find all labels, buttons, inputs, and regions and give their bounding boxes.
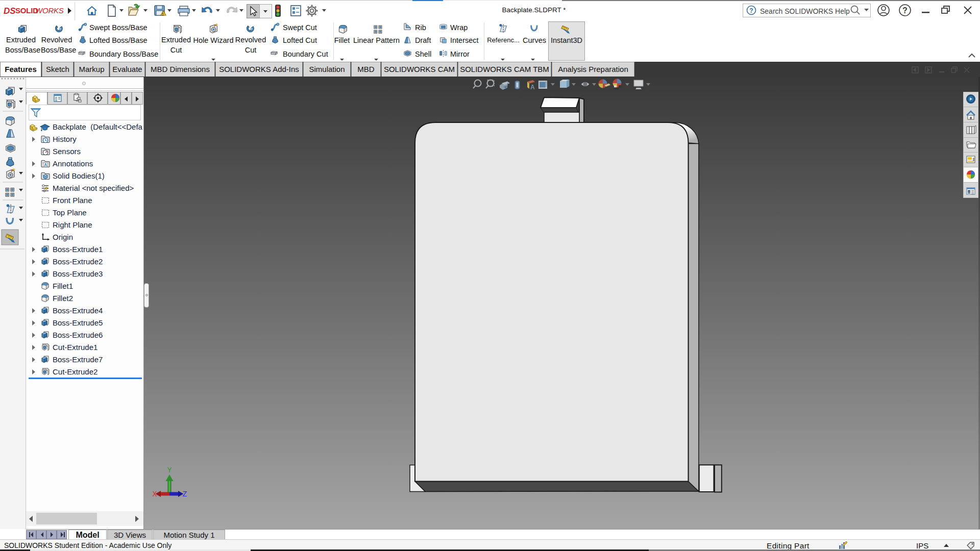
- svg-text:Z: Z: [182, 490, 187, 499]
- svg-text:!: !: [162, 12, 164, 16]
- svg-text:X: X: [152, 490, 157, 499]
- svg-text:DS: DS: [4, 6, 16, 16]
- svg-text:?: ?: [902, 6, 908, 15]
- svg-text:WORKS: WORKS: [35, 6, 64, 15]
- svg-text:?: ?: [749, 7, 753, 14]
- svg-text:Y: Y: [167, 466, 172, 475]
- svg-text:A: A: [530, 84, 535, 91]
